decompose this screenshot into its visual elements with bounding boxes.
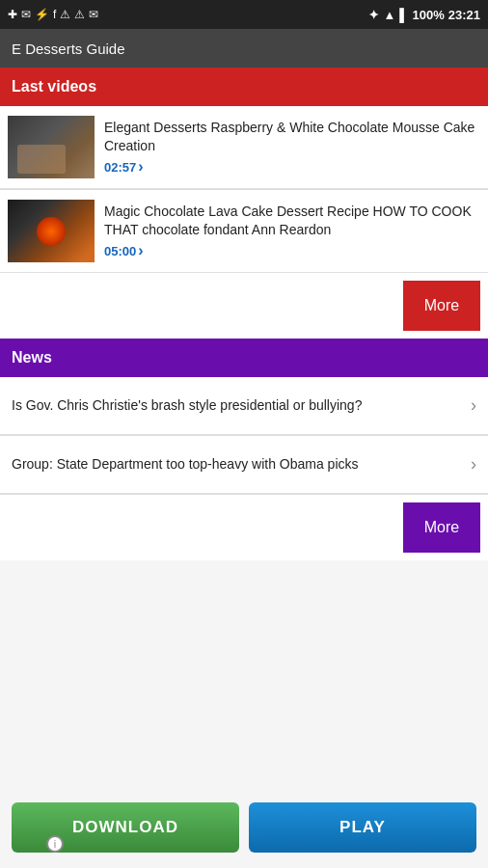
- status-icons: ✚ ✉ ⚡ f ⚠ ⚠ ✉: [8, 8, 98, 21]
- last-videos-header: Last videos: [0, 68, 488, 106]
- time-label: 23:21: [448, 8, 480, 22]
- play-button[interactable]: PLAY: [249, 802, 476, 853]
- news-chevron-2: ›: [471, 454, 476, 475]
- news-label: News: [12, 349, 52, 366]
- app-title: E Desserts Guide: [12, 41, 125, 57]
- battery-label: 100%: [413, 8, 445, 22]
- signal-icon: ▌: [399, 8, 408, 22]
- news-item-1[interactable]: Is Gov. Chris Christie's brash style pre…: [0, 377, 488, 435]
- status-right-icons: ✦ ▲ ▌ 100% 23:21: [368, 8, 480, 22]
- news-chevron-1: ›: [471, 395, 476, 416]
- video-title-2: Magic Chocolate Lava Cake Dessert Recipe…: [104, 203, 480, 239]
- warning2-icon: ⚠: [74, 8, 85, 21]
- news-header: News: [0, 339, 488, 377]
- last-videos-label: Last videos: [12, 78, 96, 95]
- email-icon: ✉: [21, 8, 31, 21]
- bottom-bar: DOWNLOAD PLAY: [0, 793, 488, 868]
- video-item-2[interactable]: Magic Chocolate Lava Cake Dessert Recipe…: [0, 190, 488, 273]
- video-chevron-1: ›: [138, 158, 143, 176]
- status-bar: ✚ ✉ ⚡ f ⚠ ⚠ ✉ ✦ ▲ ▌ 100% 23:21: [0, 0, 488, 29]
- add-icon: ✚: [8, 8, 17, 21]
- more-news-row: More: [0, 495, 488, 560]
- info-icon[interactable]: i: [46, 835, 64, 853]
- video-meta-2: 05:00 ›: [104, 242, 480, 259]
- news-title-2: Group: State Department too top-heavy wi…: [12, 455, 465, 474]
- more-news-button[interactable]: More: [403, 502, 480, 553]
- warning-icon: ⚠: [60, 8, 70, 21]
- video-thumb-1: [8, 116, 95, 178]
- facebook-icon: f: [53, 8, 56, 21]
- video-duration-2: 05:00: [104, 244, 136, 258]
- video-info-2: Magic Chocolate Lava Cake Dessert Recipe…: [104, 203, 480, 260]
- app-title-bar: E Desserts Guide: [0, 29, 488, 68]
- usb-icon: ⚡: [35, 8, 49, 21]
- video-title-1: Elegant Desserts Raspberry & White Choco…: [104, 119, 480, 155]
- wifi-icon: ▲: [383, 8, 395, 22]
- video-duration-1: 02:57: [104, 160, 136, 175]
- news-title-1: Is Gov. Chris Christie's brash style pre…: [12, 396, 465, 415]
- more-videos-row: More: [0, 273, 488, 339]
- more-videos-button[interactable]: More: [403, 281, 480, 331]
- video-meta-1: 02:57 ›: [104, 158, 480, 176]
- video-thumb-2: [8, 200, 95, 262]
- video-chevron-2: ›: [138, 242, 143, 259]
- chat-icon: ✉: [89, 8, 98, 21]
- video-info-1: Elegant Desserts Raspberry & White Choco…: [104, 119, 480, 176]
- news-item-2[interactable]: Group: State Department too top-heavy wi…: [0, 436, 488, 494]
- video-item-1[interactable]: Elegant Desserts Raspberry & White Choco…: [0, 106, 488, 189]
- bluetooth-icon: ✦: [368, 8, 379, 22]
